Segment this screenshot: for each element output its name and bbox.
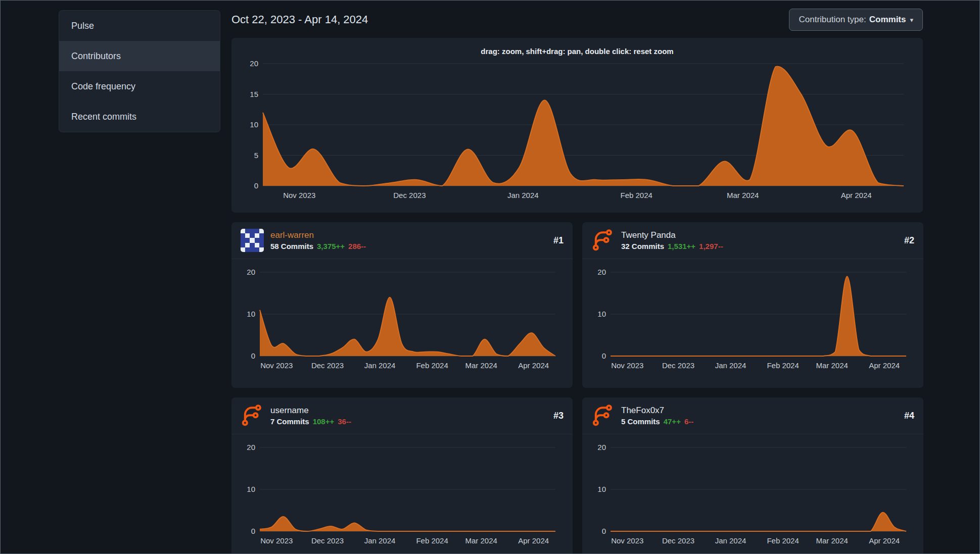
svg-text:10: 10 — [247, 310, 255, 318]
contributor-card: username 7 Commits 108++ 36-- #3 01020No… — [231, 397, 573, 554]
svg-text:0: 0 — [602, 351, 606, 360]
contribution-type-value: Commits — [869, 15, 906, 25]
contributor-activity-chart[interactable]: 01020Nov 2023Dec 2023Jan 2024Feb 2024Mar… — [240, 266, 565, 374]
svg-text:Dec 2023: Dec 2023 — [311, 361, 344, 370]
contributor-name-link[interactable]: TheFox0x7 — [621, 406, 693, 416]
contribution-type-label: Contribution type: — [799, 15, 866, 25]
deletions-count: 286-- — [348, 242, 366, 250]
avatar[interactable] — [241, 229, 264, 252]
sidebar-item-contributors[interactable]: Contributors — [59, 41, 220, 71]
svg-text:Nov 2023: Nov 2023 — [611, 361, 643, 370]
svg-text:Feb 2024: Feb 2024 — [767, 536, 799, 545]
contributor-activity-chart[interactable]: 01020Nov 2023Dec 2023Jan 2024Feb 2024Mar… — [590, 441, 915, 549]
contributor-card: earl-warren 58 Commits 3,375++ 286-- #1 … — [231, 222, 573, 388]
svg-text:20: 20 — [247, 268, 255, 276]
commit-count: 32 Commits — [621, 242, 664, 250]
contributor-cards-grid: earl-warren 58 Commits 3,375++ 286-- #1 … — [231, 222, 923, 554]
svg-text:20: 20 — [597, 268, 606, 276]
svg-text:Mar 2024: Mar 2024 — [816, 536, 848, 545]
contributor-stats: 7 Commits 108++ 36-- — [270, 417, 351, 426]
svg-text:Mar 2024: Mar 2024 — [816, 361, 848, 370]
commit-count: 5 Commits — [621, 417, 660, 426]
svg-text:Jan 2024: Jan 2024 — [507, 191, 539, 199]
svg-text:20: 20 — [250, 59, 258, 68]
svg-text:20: 20 — [247, 443, 255, 451]
svg-text:10: 10 — [597, 310, 606, 318]
contributor-name-link[interactable]: earl-warren — [270, 230, 366, 240]
avatar[interactable] — [241, 404, 264, 427]
chevron-down-icon: ▾ — [910, 16, 913, 24]
avatar[interactable] — [591, 404, 615, 427]
svg-text:Jan 2024: Jan 2024 — [364, 361, 396, 370]
contributor-card-header: earl-warren 58 Commits 3,375++ 286-- #1 — [231, 222, 573, 259]
svg-text:10: 10 — [250, 120, 258, 129]
svg-text:20: 20 — [597, 443, 606, 451]
svg-text:Dec 2023: Dec 2023 — [311, 536, 344, 545]
rank-badge: #1 — [553, 235, 564, 246]
svg-text:Dec 2023: Dec 2023 — [393, 191, 426, 199]
contributor-stats: 58 Commits 3,375++ 286-- — [270, 242, 366, 250]
contributor-card: TheFox0x7 5 Commits 47++ 6-- #4 01020Nov… — [582, 397, 923, 554]
chart-zoom-hint: drag: zoom, shift+drag: pan, double clic… — [240, 47, 915, 56]
activity-sidebar-menu: Pulse Contributors Code frequency Recent… — [59, 10, 220, 132]
sidebar-item-pulse[interactable]: Pulse — [59, 11, 220, 41]
deletions-count: 1,297-- — [699, 242, 723, 250]
contributor-activity-chart[interactable]: 01020Nov 2023Dec 2023Jan 2024Feb 2024Mar… — [590, 266, 915, 374]
svg-text:Apr 2024: Apr 2024 — [841, 191, 872, 199]
contributor-activity-chart[interactable]: 01020Nov 2023Dec 2023Jan 2024Feb 2024Mar… — [240, 441, 565, 549]
contribution-type-dropdown[interactable]: Contribution type: Commits ▾ — [789, 9, 923, 31]
rank-badge: #3 — [553, 411, 564, 421]
svg-text:Feb 2024: Feb 2024 — [416, 361, 448, 370]
svg-text:Nov 2023: Nov 2023 — [283, 191, 315, 199]
contributor-name-link[interactable]: username — [270, 406, 351, 416]
contributions-area-chart[interactable]: 05101520Nov 2023Dec 2023Jan 2024Feb 2024… — [240, 59, 915, 205]
svg-text:Apr 2024: Apr 2024 — [869, 361, 900, 370]
svg-text:Apr 2024: Apr 2024 — [518, 361, 549, 370]
svg-text:Mar 2024: Mar 2024 — [727, 191, 759, 199]
page-header: Oct 22, 2023 - Apr 14, 2024 Contribution… — [231, 8, 923, 31]
forgejo-logo-icon — [591, 404, 615, 427]
date-range-title: Oct 22, 2023 - Apr 14, 2024 — [231, 13, 368, 26]
svg-text:Dec 2023: Dec 2023 — [662, 536, 694, 545]
svg-text:Mar 2024: Mar 2024 — [465, 536, 497, 545]
rank-badge: #4 — [904, 411, 914, 421]
contributor-info: TheFox0x7 5 Commits 47++ 6-- — [621, 406, 693, 426]
contributor-info: username 7 Commits 108++ 36-- — [270, 406, 351, 426]
svg-text:10: 10 — [597, 485, 606, 493]
contributor-card-header: username 7 Commits 108++ 36-- #3 — [231, 397, 573, 434]
identicon-avatar-image — [241, 229, 264, 252]
svg-text:Mar 2024: Mar 2024 — [465, 361, 497, 370]
contributors-page: Oct 22, 2023 - Apr 14, 2024 Contribution… — [231, 1, 923, 554]
svg-text:Apr 2024: Apr 2024 — [869, 536, 900, 545]
commit-count: 7 Commits — [270, 417, 309, 426]
svg-text:Jan 2024: Jan 2024 — [364, 536, 396, 545]
commit-count: 58 Commits — [270, 242, 313, 250]
contributor-name-link[interactable]: Twenty Panda — [621, 230, 723, 240]
svg-text:0: 0 — [251, 527, 255, 535]
svg-text:Feb 2024: Feb 2024 — [621, 191, 652, 199]
svg-text:15: 15 — [250, 90, 258, 98]
contributor-stats: 32 Commits 1,531++ 1,297-- — [621, 242, 723, 250]
additions-count: 47++ — [664, 417, 681, 426]
contributions-chart-panel: drag: zoom, shift+drag: pan, double clic… — [231, 38, 923, 213]
svg-text:0: 0 — [251, 351, 255, 360]
contributor-info: earl-warren 58 Commits 3,375++ 286-- — [270, 230, 366, 250]
svg-text:0: 0 — [602, 527, 606, 535]
contributor-card-header: TheFox0x7 5 Commits 47++ 6-- #4 — [582, 397, 923, 434]
avatar[interactable] — [591, 229, 615, 252]
deletions-count: 6-- — [684, 417, 693, 426]
svg-text:10: 10 — [247, 485, 255, 493]
additions-count: 3,375++ — [317, 242, 345, 250]
svg-text:Jan 2024: Jan 2024 — [715, 536, 746, 545]
sidebar-item-recent-commits[interactable]: Recent commits — [59, 102, 220, 132]
svg-text:Feb 2024: Feb 2024 — [767, 361, 799, 370]
additions-count: 108++ — [313, 417, 335, 426]
contributor-card-header: Twenty Panda 32 Commits 1,531++ 1,297-- … — [582, 222, 923, 259]
svg-text:Apr 2024: Apr 2024 — [518, 536, 549, 545]
svg-text:Nov 2023: Nov 2023 — [260, 361, 293, 370]
svg-text:Feb 2024: Feb 2024 — [416, 536, 448, 545]
sidebar-item-code-frequency[interactable]: Code frequency — [59, 71, 220, 102]
svg-text:5: 5 — [254, 151, 258, 160]
additions-count: 1,531++ — [668, 242, 695, 250]
svg-text:0: 0 — [254, 181, 258, 190]
